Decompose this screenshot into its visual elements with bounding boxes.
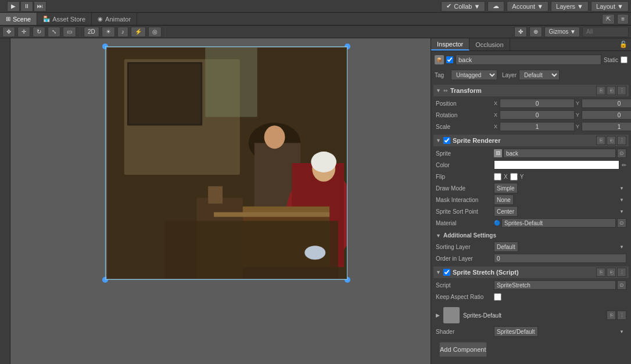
account-label: Account ▼: [512, 3, 543, 10]
pos-y-field: Y: [576, 99, 631, 108]
play-controls: ▶ ⏸ ⏭: [7, 1, 46, 12]
scale-row: Scale X Y Z: [433, 121, 629, 132]
order-in-layer-input[interactable]: [494, 254, 626, 263]
flip-x-checkbox[interactable]: [494, 173, 501, 181]
draw-mode-row: Draw Mode Simple: [433, 182, 629, 194]
mask-interaction-select[interactable]: None: [494, 194, 514, 205]
2d-toggle[interactable]: 2D: [84, 27, 99, 37]
sprite-renderer-active-checkbox[interactable]: [443, 137, 450, 144]
sprite-stretch-section-header[interactable]: ▼ Sprite Stretch (Script) ⎘ ⎗ ⋮: [433, 266, 629, 278]
shader-select[interactable]: Sprites/Default: [494, 326, 538, 337]
tab-scene[interactable]: ⊞ Scene: [0, 13, 37, 25]
transform-fold-arrow: ▼: [436, 88, 441, 93]
position-label: Position: [436, 100, 494, 107]
pos-x-input[interactable]: [500, 99, 575, 108]
tab-animator[interactable]: ◉ Animator: [92, 13, 137, 25]
additional-settings-header[interactable]: ▼ Additional Settings: [433, 231, 629, 240]
sprite-stretch-menu-btn[interactable]: ⋮: [617, 268, 626, 277]
scale-tool[interactable]: ⤡: [48, 27, 60, 37]
svg-point-10: [311, 152, 336, 172]
play-button[interactable]: ▶: [7, 1, 20, 12]
sorting-layer-select[interactable]: Default: [494, 242, 518, 252]
script-value-input[interactable]: [494, 280, 616, 290]
sprite-value-input[interactable]: [503, 149, 616, 158]
sprite-picker-btn[interactable]: ⊙: [617, 149, 626, 158]
rotate-tool[interactable]: ↻: [33, 27, 45, 37]
scene-panel[interactable]: [10, 38, 431, 364]
sprite-renderer-menu-btn[interactable]: ⋮: [617, 136, 626, 145]
color-picker[interactable]: [494, 160, 619, 170]
layer-dropdown[interactable]: Default: [519, 70, 560, 80]
sprite-stretch-copy-btn[interactable]: ⎘: [596, 268, 605, 277]
sprite-sort-point-select[interactable]: Center: [494, 206, 518, 217]
tab-inspector[interactable]: Inspector: [431, 38, 469, 51]
object-active-checkbox[interactable]: [446, 56, 453, 63]
color-row: Color ✏: [433, 159, 629, 171]
draw-mode-select[interactable]: Simple: [494, 183, 518, 193]
fx-toggle[interactable]: ⚡: [131, 27, 146, 37]
transform-section-header[interactable]: ▼ ⇔ Transform ⎘ ⎗ ⋮: [433, 85, 629, 96]
overlay-toggle[interactable]: ◎: [148, 27, 162, 37]
pos-y-label: Y: [576, 100, 582, 106]
maximize-scene-btn[interactable]: ⇱: [602, 14, 615, 24]
static-checkbox[interactable]: [621, 56, 628, 63]
main-layout: Inspector Occlusion 🔓 📦 Static Tag Untag…: [0, 38, 631, 364]
step-button[interactable]: ⏭: [34, 1, 46, 12]
light-toggle[interactable]: ☀: [102, 27, 115, 37]
transform-menu-btn[interactable]: ⋮: [617, 86, 626, 95]
transform-tool[interactable]: ✤: [514, 27, 527, 37]
collab-button[interactable]: ✔ Collab ▼: [441, 1, 485, 12]
rot-y-input[interactable]: [582, 110, 631, 120]
material-value-input[interactable]: [501, 218, 616, 228]
sprite-stretch-paste-btn[interactable]: ⎗: [607, 268, 616, 277]
lock-inspector-btn[interactable]: 🔓: [616, 38, 631, 51]
material-copy-btn[interactable]: ⎘: [607, 311, 616, 320]
material-menu-btn[interactable]: ⋮: [617, 311, 626, 320]
hand-tool[interactable]: ✥: [2, 27, 15, 37]
painting-canvas: [107, 48, 347, 279]
scale-x-input[interactable]: [500, 122, 575, 131]
flip-y-checkbox[interactable]: [510, 173, 518, 181]
script-picker-btn[interactable]: ⊙: [617, 280, 626, 290]
keep-aspect-checkbox[interactable]: [494, 293, 501, 301]
pos-y-input[interactable]: [582, 99, 631, 108]
transform-copy-btn[interactable]: ⎘: [596, 86, 605, 95]
rect-tool[interactable]: ▭: [63, 27, 76, 37]
script-row: Script ⊙: [433, 279, 629, 291]
tag-layer-row: Tag Untagged Layer Default: [433, 69, 629, 81]
toolbar-separator: [80, 27, 80, 37]
sprite-renderer-copy-btn[interactable]: ⎘: [596, 136, 605, 145]
object-name-row: 📦 Static: [433, 53, 629, 66]
color-edit-btn[interactable]: ✏: [622, 162, 626, 168]
pivot-btn[interactable]: ⊕: [529, 27, 542, 37]
object-name-input[interactable]: [456, 55, 601, 65]
draw-mode-label: Draw Mode: [436, 185, 494, 192]
audio-toggle[interactable]: ♪: [117, 27, 128, 37]
sprite-sort-point-row: Sprite Sort Point Center: [433, 206, 629, 217]
cloud-button[interactable]: ☁: [487, 1, 504, 12]
sprite-stretch-active-checkbox[interactable]: [443, 269, 450, 276]
tag-dropdown[interactable]: Untagged: [451, 70, 497, 80]
scene-search[interactable]: [582, 27, 629, 37]
pause-button[interactable]: ⏸: [20, 1, 33, 12]
rot-x-input[interactable]: [500, 110, 575, 120]
tab-occlusion[interactable]: Occlusion: [469, 38, 510, 51]
material-picker-btn[interactable]: ⊙: [617, 218, 626, 228]
mask-interaction-row: Mask Interaction None: [433, 194, 629, 206]
gizmos-btn[interactable]: Gizmos ▼: [544, 27, 580, 37]
move-tool[interactable]: ✛: [17, 27, 30, 37]
mask-interaction-select-wrapper: None: [494, 194, 626, 205]
sprite-stretch-title: Sprite Stretch (Script): [453, 269, 594, 276]
tab-asset-store[interactable]: 🏪 Asset Store: [37, 13, 92, 25]
sprite-renderer-paste-btn[interactable]: ⎗: [607, 136, 616, 145]
account-button[interactable]: Account ▼: [507, 1, 548, 12]
add-component-button[interactable]: Add Component: [439, 342, 487, 357]
svg-point-11: [264, 125, 285, 149]
transform-paste-btn[interactable]: ⎗: [607, 86, 616, 95]
layout-button[interactable]: Layout ▼: [591, 1, 629, 12]
flip-label: Flip: [436, 174, 494, 180]
layers-button[interactable]: Layers ▼: [551, 1, 589, 12]
more-options-btn[interactable]: ≡: [617, 14, 629, 24]
scale-y-input[interactable]: [582, 122, 631, 131]
sprite-renderer-section-header[interactable]: ▼ Sprite Renderer ⎘ ⎗ ⋮: [433, 135, 629, 146]
